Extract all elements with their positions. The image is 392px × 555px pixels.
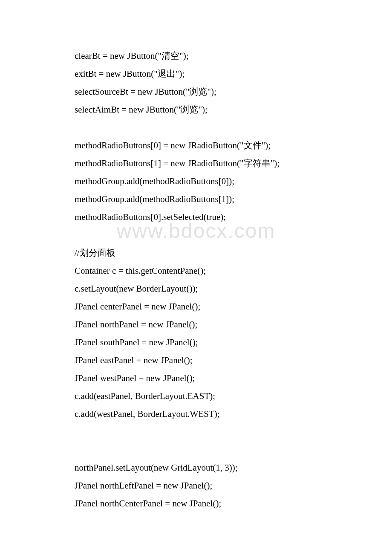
code-line: JPanel southPanel = new JPanel(); <box>75 333 330 351</box>
code-line: c.add(eastPanel, BorderLayout.EAST); <box>75 387 330 405</box>
code-line: clearBt = new JButton("清空"); <box>75 47 330 65</box>
code-line: JPanel centerPanel = new JPanel(); <box>75 298 330 315</box>
blank-line <box>75 423 330 441</box>
code-line: methodGroup.add(methodRadioButtons[0]); <box>75 172 330 190</box>
blank-line <box>75 441 330 459</box>
blank-line <box>75 119 330 136</box>
code-line: methodRadioButtons[1] = new JRadioButton… <box>75 154 330 172</box>
code-line: Container c = this.getContentPane(); <box>75 262 330 280</box>
code-line: c.add(westPanel, BorderLayout.WEST); <box>75 405 330 423</box>
code-line: JPanel eastPanel = new JPanel(); <box>75 351 330 369</box>
code-line: northPanel.setLayout(new GridLayout(1, 3… <box>75 459 330 477</box>
code-line: methodGroup.add(methodRadioButtons[1]); <box>75 190 330 208</box>
code-line: selectAimBt = new JButton("浏览"); <box>75 101 330 119</box>
code-line: JPanel westPanel = new JPanel(); <box>75 369 330 387</box>
code-line: //划分面板 <box>75 244 330 262</box>
code-line: methodRadioButtons[0].setSelected(true); <box>75 208 330 226</box>
code-line: JPanel northPanel = new JPanel(); <box>75 315 330 333</box>
code-line: methodRadioButtons[0] = new JRadioButton… <box>75 136 330 154</box>
code-line: exitBt = new JButton("退出"); <box>75 65 330 83</box>
code-line: JPanel northLeftPanel = new JPanel(); <box>75 477 330 494</box>
code-line: c.setLayout(new BorderLayout()); <box>75 280 330 298</box>
blank-line <box>75 226 330 244</box>
code-line: selectSourceBt = new JButton("浏览"); <box>75 83 330 101</box>
code-line: JPanel northCenterPanel = new JPanel(); <box>75 494 330 512</box>
document-page: clearBt = new JButton("清空"); exitBt = ne… <box>0 0 392 551</box>
